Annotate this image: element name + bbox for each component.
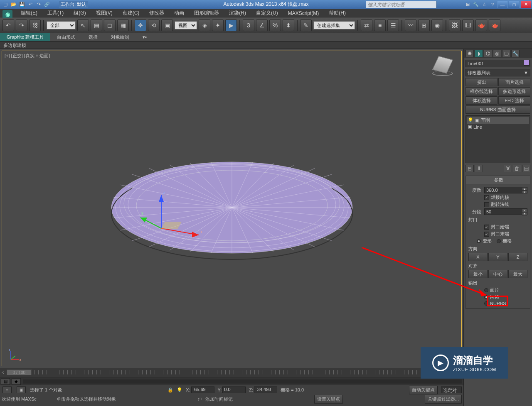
menu-grapheditors[interactable]: 图形编辑器 (190, 9, 223, 17)
ribbon-tab-selection[interactable]: 选择 (82, 33, 104, 41)
snap-toggle[interactable]: 3 (243, 20, 254, 31)
utilities-tab-icon[interactable]: 🔧 (511, 50, 520, 57)
select-name-button[interactable]: ▤ (91, 20, 102, 31)
output-nurbs-radio[interactable] (484, 301, 488, 306)
align-button[interactable]: ≡ (374, 20, 386, 31)
output-patch-radio[interactable] (484, 288, 488, 292)
viewport-label[interactable]: [+] [正交] [真实 + 边面] (5, 53, 50, 59)
selset-dropdown[interactable]: 创建选择集 (313, 21, 355, 29)
menu-create[interactable]: 创建(C) (118, 9, 144, 17)
help-search-input[interactable] (366, 1, 436, 8)
new-icon[interactable]: ▢ (2, 1, 9, 8)
menu-group[interactable]: 组(G) (69, 9, 90, 17)
stack-item-lathe[interactable]: 💡▣车削 (467, 117, 529, 124)
angle-snap[interactable]: ∠ (256, 20, 268, 31)
viewcube[interactable] (432, 55, 453, 76)
mod-btn-nurbssel[interactable]: NURBS 曲面选择 (466, 105, 530, 114)
configure-sets-icon[interactable]: ▤ (522, 165, 530, 172)
degrees-spinner[interactable]: 360.0▲▼ (484, 187, 527, 193)
motion-tab-icon[interactable]: ◎ (493, 50, 501, 57)
menu-help[interactable]: 帮助(H) (325, 9, 350, 17)
cap-start-checkbox[interactable]: ✓ (484, 225, 489, 230)
trackbar-toggle-icon[interactable]: ▤ (1, 378, 10, 385)
infocenter-icon[interactable]: ⊞ (464, 1, 471, 8)
window-crossing-button[interactable]: ▦ (117, 20, 129, 31)
timetag-icon[interactable]: 🏷 (197, 396, 202, 401)
scale-button[interactable]: ▣ (161, 20, 173, 31)
star-icon[interactable]: ☆ (480, 1, 488, 8)
ribbon-subpanel[interactable]: 多边形建模 (0, 42, 532, 49)
menu-edit[interactable]: 编辑(E) (17, 9, 42, 17)
grid-radio[interactable] (497, 239, 501, 243)
mod-btn-ffdsel[interactable]: FFD 选择 (498, 96, 530, 105)
viewport-perspective[interactable]: [+] [正交] [真实 + 边面] (2, 51, 462, 366)
setkey-button[interactable]: 设置关键点 (314, 395, 343, 404)
layers-button[interactable]: ☰ (387, 20, 399, 31)
flip-normals-checkbox[interactable] (484, 202, 489, 207)
render-setup-button[interactable]: 🖼 (449, 20, 461, 31)
add-time-tag[interactable]: 添加时间标记 (205, 396, 233, 402)
mod-btn-volsel[interactable]: 体积选择 (466, 96, 498, 105)
save-icon[interactable]: 💾 (18, 1, 26, 8)
render-button[interactable]: 🫖 (475, 20, 487, 31)
pivot-button[interactable]: ◈ (199, 20, 210, 31)
object-name-field[interactable]: Line001 (466, 60, 530, 67)
menu-views[interactable]: 视图(V) (92, 9, 117, 17)
align-max-button[interactable]: 最大 (508, 270, 527, 278)
ribbon-tab-freeform[interactable]: 自由形式 (50, 33, 82, 41)
rotate-button[interactable]: ⟲ (148, 20, 160, 31)
scene-object[interactable]: z y x (107, 135, 357, 282)
pin-stack-icon[interactable]: ⊟ (466, 165, 474, 172)
manipulate-button[interactable]: ✦ (212, 20, 224, 31)
mod-btn-patchsel[interactable]: 面片选择 (498, 78, 530, 86)
modify-tab-icon[interactable]: ◗ (475, 50, 483, 57)
morph-radio[interactable] (477, 239, 481, 243)
close-button[interactable]: ✕ (520, 1, 531, 8)
refcoord-dropdown[interactable]: 视图 (175, 21, 197, 29)
create-tab-icon[interactable]: ✺ (466, 50, 474, 57)
time-slider-handle[interactable]: 0 / 100 (7, 369, 32, 375)
menu-maxscript[interactable]: MAXScript(M) (284, 10, 323, 17)
output-mesh-radio[interactable] (484, 295, 488, 299)
curve-editor-button[interactable]: 〰 (405, 20, 416, 31)
keyfilters-button[interactable]: 关键点过滤器... (425, 395, 462, 404)
listener-icon[interactable]: ▣ (17, 386, 26, 393)
lock-icon[interactable]: 🔒 (167, 387, 173, 393)
spinner-snap[interactable]: ⬍ (283, 20, 294, 31)
modifier-stack[interactable]: 💡▣车削 ▣Line (466, 115, 530, 163)
ribbon-tab-objectpaint[interactable]: 对象绘制 (104, 33, 136, 41)
menu-rendering[interactable]: 渲染(R) (225, 9, 250, 17)
move-button[interactable]: ✥ (135, 20, 146, 31)
maximize-button[interactable]: □ (509, 1, 520, 8)
dir-z-button[interactable]: Z (508, 253, 527, 261)
time-slider[interactable]: < 0 / 100 > (0, 368, 463, 377)
hierarchy-tab-icon[interactable]: ⌬ (484, 50, 492, 57)
open-icon[interactable]: 📂 (10, 1, 17, 8)
percent-snap[interactable]: % (269, 20, 281, 31)
ribbon-tab-graphite[interactable]: Graphite 建模工具 (0, 33, 50, 41)
show-result-icon[interactable]: Ⅱ (475, 165, 483, 172)
stack-item-line[interactable]: ▣Line (467, 124, 529, 130)
y-coord-input[interactable]: 0.0 (222, 386, 246, 393)
weld-core-checkbox[interactable]: ✓ (484, 195, 489, 200)
track-bar[interactable]: ▤ ◆ (0, 377, 463, 385)
remove-mod-icon[interactable]: 🗑 (513, 165, 521, 172)
undo-icon[interactable]: ↶ (27, 1, 34, 8)
menu-tools[interactable]: 工具(T) (43, 9, 68, 17)
comm-icon[interactable]: 🔧 (472, 1, 480, 8)
modifier-list-dropdown[interactable]: 修改器列表 ▼ (466, 69, 530, 76)
align-min-button[interactable]: 最小 (468, 270, 488, 278)
mod-btn-extrude[interactable]: 挤出 (466, 78, 498, 86)
mod-btn-polysel[interactable]: 多边形选择 (498, 87, 530, 95)
select-button[interactable]: ↖ (77, 20, 89, 31)
undo-button[interactable]: ↶ (2, 20, 14, 31)
make-unique-icon[interactable]: ∀ (504, 165, 512, 172)
minimize-button[interactable]: — (497, 1, 508, 8)
rollout-header-params[interactable]: -参数 (466, 176, 530, 184)
redo-button[interactable]: ↷ (16, 20, 27, 31)
keymode-button[interactable]: ▶ (225, 20, 237, 31)
app-menu-button[interactable]: ◉ (2, 10, 12, 18)
object-color-swatch[interactable] (524, 60, 530, 66)
isolate-icon[interactable]: 💡 (177, 387, 182, 393)
x-coord-input[interactable]: -65.69 (191, 386, 214, 393)
